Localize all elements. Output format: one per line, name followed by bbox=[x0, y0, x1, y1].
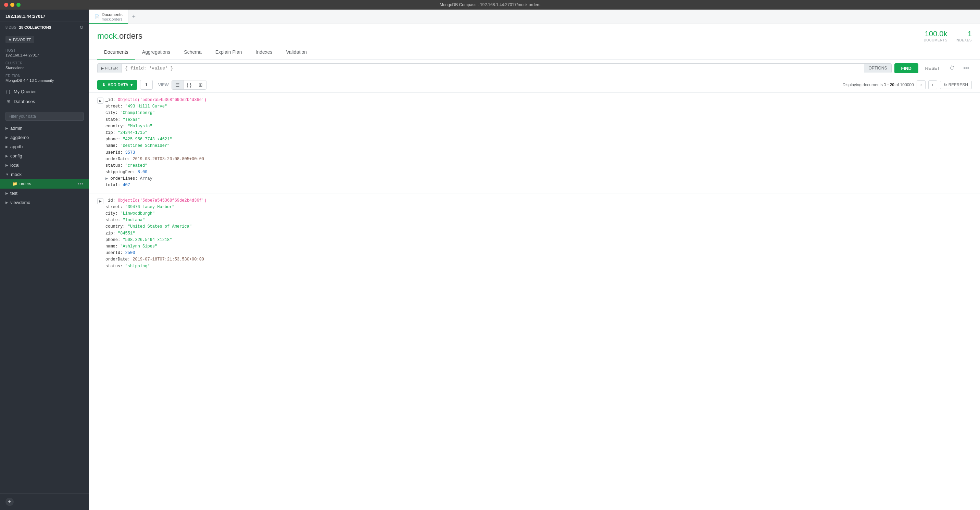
db-item-aggdemo: ▶ aggdemo bbox=[0, 133, 89, 142]
prev-page-button[interactable]: ‹ bbox=[916, 81, 926, 89]
collection-name-orders: orders bbox=[19, 181, 31, 186]
edit-document-button[interactable]: ✏ bbox=[927, 197, 937, 207]
filter-input[interactable] bbox=[122, 64, 864, 73]
refresh-button[interactable]: ↻ REFRESH bbox=[940, 81, 972, 89]
history-button[interactable]: ⏱ bbox=[947, 63, 958, 73]
db-item-admin: ▶ admin bbox=[0, 124, 89, 133]
doc-field-name: name: "Destinee Schneider" bbox=[105, 143, 972, 149]
add-database-button[interactable]: + bbox=[5, 498, 14, 506]
pagination-info: Displaying documents 1 - 20 of 100000 ‹ … bbox=[843, 81, 972, 89]
doc-field-userid: userId: 3573 bbox=[105, 149, 972, 156]
db-header-test[interactable]: ▶ test bbox=[0, 189, 89, 198]
collection-db-name: mock bbox=[97, 31, 117, 40]
cluster-label: CLUSTER bbox=[5, 61, 84, 65]
export-button[interactable]: ⬆ bbox=[140, 80, 153, 90]
collection-item-orders[interactable]: 📁 orders ••• bbox=[0, 179, 89, 189]
db-name-viewdemo: viewdemo bbox=[10, 200, 30, 205]
tab-subtitle: mock.orders bbox=[102, 17, 123, 21]
add-tab-button[interactable]: + bbox=[129, 10, 139, 24]
sidebar-nav: { } My Queries ⊞ Databases bbox=[0, 84, 89, 109]
doc-field-name: name: "Ashlynn Sipes" bbox=[105, 243, 972, 250]
db-header-admin[interactable]: ▶ admin bbox=[0, 124, 89, 133]
doc-field-street: street: "39476 Lacey Harbor" bbox=[105, 204, 972, 211]
find-button[interactable]: FIND bbox=[894, 63, 918, 73]
db-header-local[interactable]: ▶ local bbox=[0, 160, 89, 170]
tab-aggregations[interactable]: Aggregations bbox=[135, 45, 177, 60]
edition-label: EDITION bbox=[5, 74, 84, 78]
json-view-button[interactable]: { } bbox=[183, 81, 195, 89]
clone-document-button[interactable]: ⊕ bbox=[951, 97, 960, 106]
doc-field-orderdate: orderDate: 2019-07-18T07:21:53.530+00:00 bbox=[105, 256, 972, 263]
db-item-mock: ▼ mock 📁 orders ••• bbox=[0, 170, 89, 189]
db-header-appdb[interactable]: ▶ appdb bbox=[0, 142, 89, 151]
sidebar-item-my-queries[interactable]: { } My Queries bbox=[0, 87, 89, 97]
db-header-viewdemo[interactable]: ▶ viewdemo bbox=[0, 198, 89, 207]
doc-field-country: country: "Malaysia" bbox=[105, 123, 972, 130]
indexes-count: 1 bbox=[956, 29, 972, 38]
tab-documents-content: Documents mock.orders bbox=[102, 12, 123, 21]
options-button[interactable]: OPTIONS bbox=[864, 64, 891, 73]
delete-document-button[interactable]: 🗑 bbox=[962, 97, 972, 106]
reset-button[interactable]: RESET bbox=[921, 63, 944, 73]
tab-explain-plan[interactable]: Explain Plan bbox=[208, 45, 249, 60]
tab-documents[interactable]: 📄 Documents mock.orders bbox=[89, 10, 129, 24]
refresh-icon[interactable]: ↻ bbox=[80, 25, 84, 30]
view-buttons: ☰ { } ⊞ bbox=[172, 80, 207, 90]
doc-expand-button[interactable]: ▶ bbox=[97, 198, 103, 204]
close-button[interactable] bbox=[4, 3, 8, 7]
clone-document-button[interactable]: ⊕ bbox=[951, 197, 960, 207]
traffic-lights bbox=[4, 3, 21, 7]
maximize-button[interactable] bbox=[16, 3, 21, 7]
tab-documents-icon: 📄 bbox=[94, 14, 100, 19]
host-section: HOST 192.168.1.44:27017 bbox=[0, 46, 89, 59]
table-view-button[interactable]: ⊞ bbox=[195, 81, 206, 89]
db-name-config: config bbox=[10, 153, 22, 159]
cluster-section: CLUSTER Standalone bbox=[0, 59, 89, 71]
delete-document-button[interactable]: 🗑 bbox=[962, 197, 972, 207]
add-data-button[interactable]: ⬇ ADD DATA ▾ bbox=[97, 80, 137, 90]
expand-array-icon[interactable]: ▶ bbox=[105, 176, 110, 181]
filter-label: ▶ FILTER bbox=[98, 64, 122, 73]
db-header-mock[interactable]: ▼ mock bbox=[0, 170, 89, 179]
sidebar-filter-input[interactable] bbox=[5, 112, 84, 121]
view-label: VIEW bbox=[158, 83, 169, 87]
doc-expand-button[interactable]: ▶ bbox=[97, 97, 103, 104]
list-view-button[interactable]: ☰ bbox=[172, 81, 183, 89]
documents-label: DOCUMENTS bbox=[924, 38, 947, 42]
indexes-label: INDEXES bbox=[956, 38, 972, 42]
next-page-button[interactable]: › bbox=[928, 81, 937, 89]
tab-documents-view[interactable]: Documents bbox=[97, 45, 135, 60]
sidebar-item-databases[interactable]: ⊞ Databases bbox=[0, 97, 89, 106]
filter-text: FILTER bbox=[105, 66, 118, 70]
queries-icon: { } bbox=[5, 89, 11, 94]
doc-field-phone: phone: "425.956.7743 x4621" bbox=[105, 136, 972, 143]
documents-toolbar: ⬇ ADD DATA ▾ ⬆ VIEW ☰ { } ⊞ Displaying d… bbox=[89, 77, 980, 93]
tab-indexes[interactable]: Indexes bbox=[249, 45, 279, 60]
app-container: 192.168.1.44:27017 8 DBS 28 COLLECTIONS … bbox=[0, 10, 980, 510]
chevron-right-icon: ▶ bbox=[5, 145, 8, 149]
favorite-button[interactable]: ★ FAVORITE bbox=[5, 36, 34, 43]
db-item-config: ▶ config bbox=[0, 151, 89, 160]
tab-validation[interactable]: Validation bbox=[279, 45, 313, 60]
collection-col-name: orders bbox=[119, 31, 142, 40]
db-header-aggdemo[interactable]: ▶ aggdemo bbox=[0, 133, 89, 142]
document-row: ▶ ✏ ⧉ ⊕ 🗑 _id: ObjectId('5dbe7a545368f69… bbox=[89, 193, 980, 274]
tab-schema[interactable]: Schema bbox=[177, 45, 208, 60]
databases-icon: ⊞ bbox=[5, 99, 11, 104]
db-header-config[interactable]: ▶ config bbox=[0, 151, 89, 160]
db-item-appdb: ▶ appdb bbox=[0, 142, 89, 151]
chevron-right-icon: ▶ bbox=[5, 200, 8, 204]
download-icon: ⬇ bbox=[102, 83, 105, 87]
edit-document-button[interactable]: ✏ bbox=[927, 97, 937, 106]
minimize-button[interactable] bbox=[10, 3, 14, 7]
filter-bar: ▶ FILTER OPTIONS bbox=[97, 63, 892, 73]
more-options-icon[interactable]: ••• bbox=[77, 181, 84, 186]
doc-field-city: city: "Linwoodburgh" bbox=[105, 211, 972, 217]
tab-title: Documents bbox=[102, 12, 123, 17]
doc-field-id: _id: ObjectId('5dbe7a545368f69de2b4d36e'… bbox=[105, 97, 972, 103]
copy-document-button[interactable]: ⧉ bbox=[939, 197, 948, 207]
db-name-test: test bbox=[10, 191, 18, 196]
doc-field-state: state: "Texas" bbox=[105, 117, 972, 123]
more-options-button[interactable]: ••• bbox=[961, 63, 972, 73]
copy-document-button[interactable]: ⧉ bbox=[939, 97, 948, 106]
